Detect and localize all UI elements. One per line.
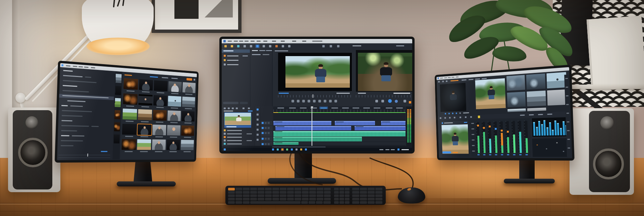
project-header-text-blur (223, 50, 233, 51)
track-toggle (262, 132, 264, 134)
keyboard-nav-key (345, 201, 350, 204)
waveform-bar-cap (549, 122, 551, 123)
bin-row-icon (224, 129, 226, 131)
keyboard-key (309, 191, 316, 194)
timeline-bin-panel (222, 106, 255, 146)
keyboard-numpad-key (360, 188, 367, 190)
mixer-channel-slot (487, 122, 492, 153)
mid-toolbar-icon (444, 117, 446, 119)
keyboard-nav-key (345, 195, 350, 197)
keyboard-key (258, 198, 264, 201)
mid-toolbar-text-blur (520, 115, 525, 116)
mixer-label-blur (472, 150, 475, 151)
keyboard-numpad-key (375, 188, 382, 190)
thumbnail-caption-blur (142, 91, 150, 93)
thumbnail-caption-blur (169, 151, 177, 152)
taskbar-icon (277, 148, 279, 150)
media-thumbnail (181, 125, 194, 136)
timeline-clip-label-blur (331, 107, 338, 109)
media-thumbnail (138, 124, 152, 135)
keyboard-key (250, 188, 257, 190)
media-thumbnail (123, 93, 138, 105)
channel-number-blur (477, 154, 480, 155)
clip-waveform-texture (273, 122, 331, 125)
media-thumbnail (167, 140, 180, 150)
desk-plank-line (0, 211, 644, 212)
media-thumbnail (153, 95, 167, 106)
keyboard-key (287, 198, 294, 201)
thumbnail-caption-blur (141, 121, 149, 122)
keyboard-key (235, 188, 242, 190)
clip-name-blur (382, 122, 390, 122)
keyboard-numpad-key (360, 201, 367, 204)
channel-number-blur (489, 154, 491, 155)
control-glyph-blur (566, 87, 568, 88)
keyboard-nav-key (334, 201, 339, 204)
thumbnail-caption-blur (157, 92, 164, 93)
menu-item-blur (292, 41, 296, 42)
clip-name-blur (356, 126, 364, 127)
audio-mixer-panel (470, 119, 531, 157)
thumbnail-caption-blur (126, 90, 135, 92)
person-figure (450, 91, 457, 103)
person-hair (453, 133, 456, 135)
level-meter-bar (477, 136, 480, 153)
program-ruler (356, 95, 412, 97)
toolbar-icon (282, 45, 284, 47)
sidebar-row-text-blur (63, 80, 96, 83)
bin-toolbar-icon (248, 107, 250, 109)
app-icon (61, 64, 63, 66)
review-thumbnail (506, 75, 525, 91)
video-clip (355, 126, 406, 130)
center-monitor (219, 37, 415, 154)
sidebar-row-text-blur (61, 120, 72, 121)
keyboard-key (294, 198, 301, 201)
person-torso (452, 136, 459, 142)
clip-panel (441, 121, 470, 157)
toolbar-icon (244, 45, 246, 47)
person-torso (380, 67, 392, 76)
thumbnail-caption-blur (125, 151, 133, 152)
filmstrip-thumbnail (114, 110, 120, 119)
selected-clip-thumbnail (224, 113, 251, 125)
clip-waveform-texture (381, 122, 406, 125)
artwork-square-shape (174, 0, 199, 19)
effects-tab-blur (252, 50, 258, 51)
sidebar-row-text-blur (62, 115, 83, 117)
bin-item-icon (224, 55, 226, 57)
channel-number-blur (513, 154, 516, 155)
video-clip (273, 121, 331, 125)
toolbar-icon (337, 45, 339, 47)
person-hair (384, 62, 388, 65)
sidebar-row-text-blur (62, 110, 92, 112)
media-thumbnail (121, 139, 136, 150)
control-glyph-blur (565, 78, 568, 79)
timeline-clip-label-blur (374, 107, 380, 109)
keyboard-key (317, 188, 323, 190)
media-thumbnail (168, 81, 182, 92)
mid-yellow-icon (478, 116, 480, 118)
keyboard-key (309, 198, 316, 201)
meter-peak-cap (477, 125, 479, 127)
transport-icon (318, 100, 321, 102)
keyboard-key (317, 191, 323, 194)
person-legs (381, 75, 390, 81)
sidebar-hairline (58, 155, 110, 155)
transport-icon (375, 100, 378, 102)
keyboard-key (243, 201, 250, 204)
transport-icon (302, 100, 305, 102)
bin-row-icon (224, 143, 226, 145)
menu-item-blur (302, 41, 306, 42)
mixer-channel-slot (505, 121, 510, 153)
review-thumbnail (546, 72, 567, 88)
control-glyph-blur (567, 139, 570, 140)
meter-peak-cap (506, 131, 508, 133)
clip-header-badge-blur (464, 122, 467, 123)
text-cursor (87, 154, 88, 157)
monitors-panel (273, 49, 412, 106)
left-monitor (55, 60, 199, 163)
person-figure (380, 63, 392, 81)
clip-name-blur (274, 131, 282, 132)
waveform-bar (549, 122, 551, 135)
thumbnail-caption-blur (185, 108, 192, 110)
